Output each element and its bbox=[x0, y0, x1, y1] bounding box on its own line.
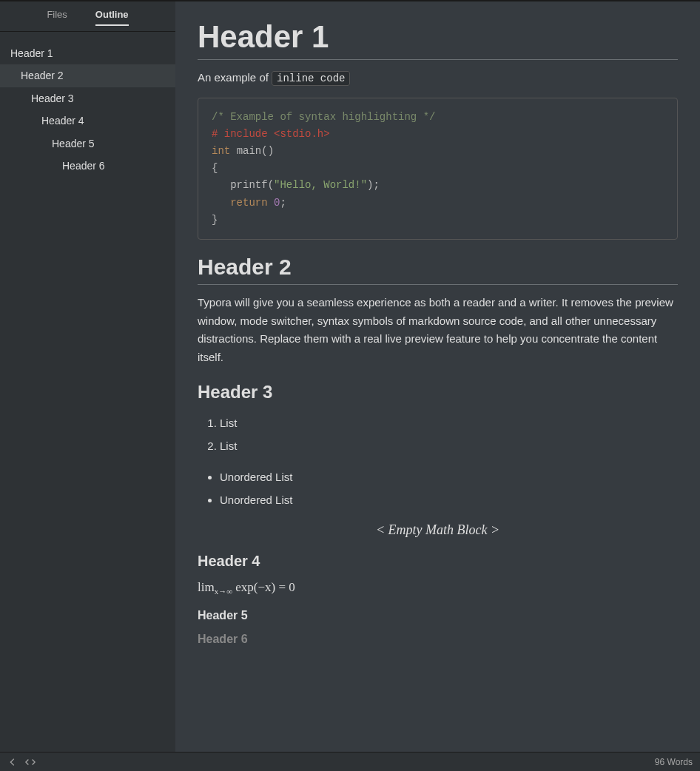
code-preproc: # include <stdio.h> bbox=[212, 128, 330, 140]
tab-files[interactable]: Files bbox=[47, 9, 67, 26]
math-expr: exp(−x) = 0 bbox=[232, 580, 295, 594]
code-type: int bbox=[212, 145, 230, 157]
sidebar-tabs: Files Outline bbox=[0, 1, 175, 32]
outline-item-h1[interactable]: Header 1 bbox=[0, 42, 175, 64]
code-punct: () bbox=[261, 145, 274, 157]
heading-5[interactable]: Header 5 bbox=[198, 609, 678, 622]
list-item[interactable]: List bbox=[220, 434, 678, 458]
list-item[interactable]: Unordered List bbox=[220, 488, 678, 512]
inline-code[interactable]: inline code bbox=[272, 71, 350, 86]
math-block-empty[interactable]: < Empty Math Block > bbox=[198, 522, 678, 538]
heading-6[interactable]: Header 6 bbox=[198, 633, 678, 646]
unordered-list[interactable]: Unordered List Unordered List bbox=[198, 465, 678, 512]
math-sub: x→∞ bbox=[215, 587, 232, 596]
heading-4[interactable]: Header 4 bbox=[198, 553, 678, 570]
list-item[interactable]: Unordered List bbox=[220, 465, 678, 489]
outline-item-h4[interactable]: Header 4 bbox=[0, 110, 175, 132]
code-string: "Hello, World!" bbox=[274, 179, 367, 191]
code-semi: ; bbox=[280, 197, 286, 209]
toggle-sidebar-icon[interactable] bbox=[7, 757, 18, 767]
paragraph-inline-code[interactable]: An example of inline code bbox=[198, 69, 678, 87]
code-func-name: main bbox=[237, 145, 262, 157]
math-lim: lim bbox=[198, 580, 215, 594]
outline-item-h5[interactable]: Header 5 bbox=[0, 132, 175, 155]
ordered-list[interactable]: List List bbox=[198, 411, 678, 458]
code-comment: /* Example of syntax highlighting */ bbox=[212, 111, 435, 123]
list-item[interactable]: List bbox=[220, 411, 678, 435]
math-block[interactable]: limx→∞ exp(−x) = 0 bbox=[198, 580, 678, 596]
outline-list: Header 1 Header 2 Header 3 Header 4 Head… bbox=[0, 32, 175, 177]
outline-item-h3[interactable]: Header 3 bbox=[0, 87, 175, 110]
outline-item-h6[interactable]: Header 6 bbox=[0, 155, 175, 177]
code-brace: } bbox=[212, 214, 218, 226]
code-paren: ( bbox=[268, 179, 274, 191]
main-area: Files Outline Header 1 Header 2 Header 3… bbox=[0, 0, 700, 752]
code-brace: { bbox=[212, 162, 218, 174]
heading-3[interactable]: Header 3 bbox=[198, 382, 678, 403]
code-block[interactable]: /* Example of syntax highlighting */ # i… bbox=[198, 98, 678, 240]
paragraph[interactable]: Typora will give you a seamless experien… bbox=[198, 294, 678, 367]
tab-outline[interactable]: Outline bbox=[95, 9, 129, 26]
code-punct: ); bbox=[367, 179, 380, 191]
heading-2[interactable]: Header 2 bbox=[198, 255, 678, 285]
source-mode-icon[interactable] bbox=[25, 757, 36, 767]
outline-item-h2[interactable]: Header 2 bbox=[0, 64, 175, 87]
status-left bbox=[7, 757, 36, 767]
code-keyword: return bbox=[230, 197, 267, 209]
status-bar: 96 Words bbox=[0, 752, 700, 771]
text-run: An example of bbox=[198, 71, 272, 84]
heading-1[interactable]: Header 1 bbox=[198, 19, 678, 60]
code-call: printf bbox=[230, 179, 267, 191]
word-count[interactable]: 96 Words bbox=[655, 757, 693, 767]
editor-content[interactable]: Header 1 An example of inline code /* Ex… bbox=[175, 0, 700, 752]
sidebar: Files Outline Header 1 Header 2 Header 3… bbox=[0, 0, 175, 752]
